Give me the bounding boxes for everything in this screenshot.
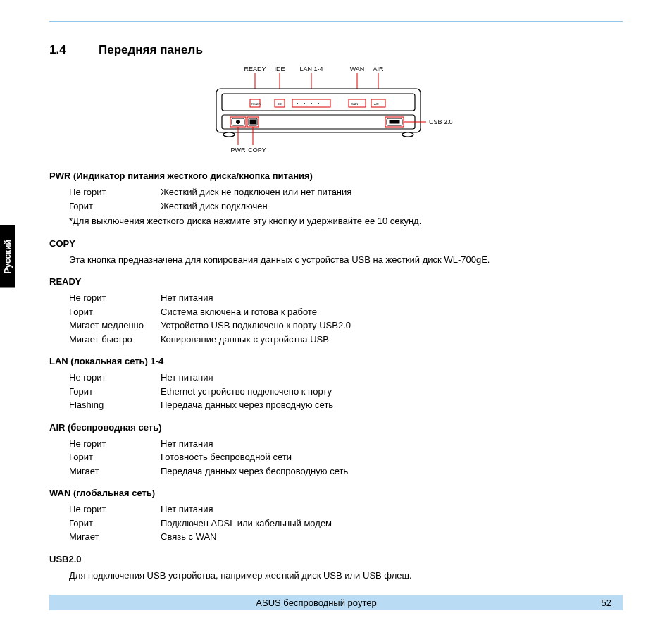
state-cell: Не горит: [69, 502, 161, 517]
table-row: Мигает медленноУстройство USB подключено…: [69, 318, 623, 333]
diag-label-pwr: PWR: [231, 147, 246, 154]
state-cell: Мигает быстро: [69, 333, 161, 347]
desc-cell: Нет питания: [161, 502, 623, 517]
state-cell: Горит: [69, 305, 161, 319]
air-table: Не горитНет питания ГоритГотовность бесп…: [69, 437, 623, 478]
desc-cell: Ethernet устройство подключено к порту: [161, 385, 623, 399]
footer-page-number: 52: [583, 598, 611, 608]
svg-point-9: [402, 132, 413, 137]
table-row: ГоритСистема включена и готова к работе: [69, 305, 623, 319]
usb-heading: USB2.0: [49, 554, 623, 564]
top-rule: [49, 21, 623, 22]
air-heading: AIR (беспроводная сеть): [49, 422, 623, 433]
front-panel-diagram: READY IDE LAN 1-4 WAN AIR: [49, 64, 623, 158]
desc-cell: Система включена и готова к работе: [161, 305, 623, 319]
pwr-table: Не горит Жесткий диск не подключен или н…: [69, 185, 623, 213]
svg-point-19: [311, 103, 312, 104]
diag-label-air: AIR: [373, 66, 384, 73]
desc-cell: Готовность беспроводной сети: [161, 450, 623, 464]
svg-point-20: [318, 103, 319, 104]
state-cell: Мигает: [69, 464, 161, 478]
table-row: Не горитНет питания: [69, 502, 623, 517]
footer-title: ASUS беспроводный роутер: [49, 598, 583, 608]
desc-cell: Устройство USB подключено к порту USB2.0: [161, 318, 623, 333]
wan-table: Не горитНет питания ГоритПодключен ADSL …: [69, 502, 623, 544]
desc-cell: Связь с WAN: [161, 530, 623, 544]
section-title: Передняя панель: [99, 43, 203, 56]
svg-point-24: [237, 120, 240, 124]
desc-cell: Передача данных через проводную сеть: [161, 398, 623, 412]
table-row: МигаетСвязь с WAN: [69, 530, 623, 544]
page-footer: ASUS беспроводный роутер 52: [49, 595, 623, 610]
diag-label-ready: READY: [244, 66, 266, 73]
svg-text:WAN: WAN: [351, 102, 358, 106]
section-heading: 1.4Передняя панель: [49, 43, 623, 57]
state-cell: Не горит: [69, 437, 161, 451]
table-row: ГоритEthernet устройство подключено к по…: [69, 385, 623, 399]
table-row: Не горитНет питания: [69, 371, 623, 385]
section-number: 1.4: [49, 43, 99, 57]
diag-label-usb: USB 2.0: [429, 118, 453, 125]
copy-text: Эта кнопка предназначена для копирования…: [69, 253, 623, 267]
ready-heading: READY: [49, 276, 623, 287]
device-outline: [216, 89, 421, 137]
svg-text:AIR: AIR: [374, 102, 379, 106]
desc-cell: Нет питания: [161, 291, 623, 305]
svg-text:READY: READY: [251, 102, 261, 106]
svg-rect-28: [390, 120, 399, 123]
lan-table: Не горитНет питания ГоритEthernet устрой…: [69, 371, 623, 412]
svg-text:IDE: IDE: [278, 102, 282, 106]
state-cell: Не горит: [69, 371, 161, 385]
state-cell: Горит: [69, 517, 161, 531]
desc-cell: Нет питания: [161, 437, 623, 451]
page-content: 1.4Передняя панель READY IDE LAN 1-4 WAN…: [0, 0, 672, 624]
svg-point-8: [223, 132, 235, 137]
state-cell: Горит: [69, 450, 161, 464]
table-row: МигаетПередача данных через беспроводную…: [69, 464, 623, 478]
state-cell: Мигает медленно: [69, 318, 161, 333]
desc-cell: Жесткий диск подключен: [161, 199, 623, 214]
diag-label-wan: WAN: [350, 66, 365, 73]
state-cell: Мигает: [69, 530, 161, 544]
usb-text: Для подключения USB устройства, например…: [69, 569, 623, 583]
wan-heading: WAN (глобальная сеть): [49, 488, 623, 498]
table-row: FlashingПередача данных через проводную …: [69, 398, 623, 412]
desc-cell: Копирование данных с устройства USB: [161, 333, 623, 347]
pwr-heading: PWR (Индикатор питания жесткого диска/кн…: [49, 171, 623, 181]
svg-rect-26: [250, 120, 256, 124]
desc-cell: Нет питания: [161, 371, 623, 385]
diag-label-ide: IDE: [274, 66, 285, 73]
svg-point-18: [304, 103, 305, 104]
state-cell: Горит: [69, 199, 161, 214]
state-cell: Горит: [69, 385, 161, 399]
lan-heading: LAN (локальная сеть) 1-4: [49, 356, 623, 366]
state-cell: Flashing: [69, 398, 161, 412]
svg-point-17: [297, 103, 298, 104]
state-cell: Не горит: [69, 291, 161, 305]
table-row: Не горитНет питания: [69, 291, 623, 305]
desc-cell: Жесткий диск не подключен или нет питани…: [161, 185, 623, 199]
desc-cell: Передача данных через беспроводную сеть: [161, 464, 623, 478]
table-row: Не горитНет питания: [69, 437, 623, 451]
table-row: ГоритПодключен ADSL или кабельный модем: [69, 517, 623, 531]
diag-label-copy: COPY: [248, 147, 266, 154]
desc-cell: Подключен ADSL или кабельный модем: [161, 517, 623, 531]
table-row: Горит Жесткий диск подключен: [69, 199, 623, 214]
diag-label-lan: LAN 1-4: [299, 66, 323, 73]
table-row: Мигает быстроКопирование данных с устрой…: [69, 333, 623, 347]
table-row: Не горит Жесткий диск не подключен или н…: [69, 185, 623, 199]
table-row: ГоритГотовность беспроводной сети: [69, 450, 623, 464]
state-cell: Не горит: [69, 185, 161, 199]
ready-table: Не горитНет питания ГоритСистема включен…: [69, 291, 623, 346]
copy-heading: COPY: [49, 238, 623, 249]
pwr-note: *Для выключения жесткого диска нажмите э…: [69, 214, 623, 228]
